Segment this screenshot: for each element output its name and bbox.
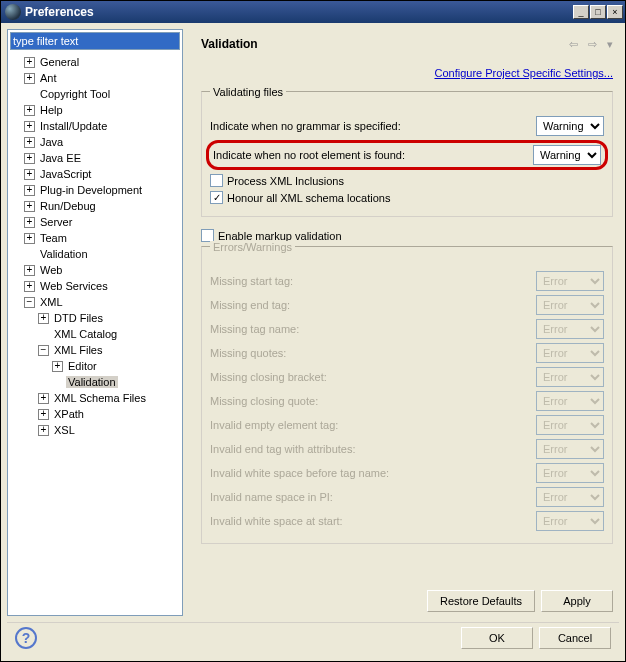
tree-toggle-icon[interactable]: + — [24, 57, 35, 68]
error-row: Missing quotes:Error — [210, 343, 604, 363]
tree-item[interactable]: +DTD Files — [10, 310, 180, 326]
tree-toggle-icon[interactable]: + — [24, 137, 35, 148]
tree-toggle-icon[interactable]: + — [24, 233, 35, 244]
tree-item[interactable]: +General — [10, 54, 180, 70]
tree-item-label: DTD Files — [52, 312, 105, 324]
minimize-button[interactable]: _ — [573, 5, 589, 19]
tree-item[interactable]: Copyright Tool — [10, 86, 180, 102]
tree-item[interactable]: Validation — [10, 246, 180, 262]
tree-toggle-icon[interactable]: + — [24, 217, 35, 228]
error-row: Invalid name space in PI:Error — [210, 487, 604, 507]
dialog-buttons: OK Cancel — [461, 627, 611, 649]
tree-item[interactable]: Validation — [10, 374, 180, 390]
error-select: Error — [536, 415, 604, 435]
tree-item-label: Install/Update — [38, 120, 109, 132]
error-label: Missing start tag: — [210, 275, 536, 287]
tree-item[interactable]: +JavaScript — [10, 166, 180, 182]
tree-toggle-icon[interactable]: + — [38, 393, 49, 404]
ok-button[interactable]: OK — [461, 627, 533, 649]
tree-item[interactable]: −XML Files — [10, 342, 180, 358]
splitter[interactable] — [187, 29, 191, 616]
honour-schema-checkbox[interactable]: ✓ — [210, 191, 223, 204]
tree-toggle-icon[interactable]: + — [24, 281, 35, 292]
tree-item[interactable]: +Web Services — [10, 278, 180, 294]
tree-item[interactable]: +XPath — [10, 406, 180, 422]
tree-toggle-icon[interactable]: + — [38, 313, 49, 324]
tree-toggle-icon[interactable]: − — [24, 297, 35, 308]
tree-item-label: Plug-in Development — [38, 184, 144, 196]
titlebar[interactable]: Preferences _ □ × — [1, 1, 625, 23]
tree-item[interactable]: +Ant — [10, 70, 180, 86]
tree-item[interactable]: +XML Schema Files — [10, 390, 180, 406]
tree-toggle-icon[interactable]: + — [52, 361, 63, 372]
tree-item[interactable]: +Install/Update — [10, 118, 180, 134]
cancel-button[interactable]: Cancel — [539, 627, 611, 649]
window-controls: _ □ × — [573, 5, 623, 19]
tree-item-label: Server — [38, 216, 74, 228]
back-arrow-icon[interactable]: ⇦ — [569, 38, 578, 51]
tree-item-label: XPath — [52, 408, 86, 420]
error-row: Missing start tag:Error — [210, 271, 604, 291]
error-select: Error — [536, 343, 604, 363]
no-root-select[interactable]: Warning — [533, 145, 601, 165]
filter-input[interactable] — [10, 32, 180, 50]
preferences-window: Preferences _ □ × +General+AntCopyright … — [0, 0, 626, 662]
no-grammar-select[interactable]: Warning — [536, 116, 604, 136]
tree-toggle-icon[interactable]: + — [24, 73, 35, 84]
configure-project-link[interactable]: Configure Project Specific Settings... — [201, 67, 613, 79]
error-label: Invalid name space in PI: — [210, 491, 536, 503]
tree-item[interactable]: +Java EE — [10, 150, 180, 166]
tree-panel: +General+AntCopyright Tool+Help+Install/… — [7, 29, 183, 616]
tree-toggle-icon[interactable]: + — [24, 169, 35, 180]
dialog-content: +General+AntCopyright Tool+Help+Install/… — [1, 23, 625, 661]
preferences-tree[interactable]: +General+AntCopyright Tool+Help+Install/… — [8, 52, 182, 615]
error-label: Invalid white space before tag name: — [210, 467, 536, 479]
tree-toggle-icon[interactable]: + — [24, 265, 35, 276]
tree-item[interactable]: +Web — [10, 262, 180, 278]
error-select: Error — [536, 295, 604, 315]
error-select: Error — [536, 367, 604, 387]
tree-item-label: Help — [38, 104, 65, 116]
tree-toggle-icon[interactable]: + — [38, 425, 49, 436]
tree-toggle-icon[interactable]: + — [24, 201, 35, 212]
tree-item-label: Editor — [66, 360, 99, 372]
forward-arrow-icon[interactable]: ⇨ — [588, 38, 597, 51]
tree-toggle-icon[interactable]: + — [24, 153, 35, 164]
tree-item-label: Web — [38, 264, 64, 276]
tree-toggle-icon[interactable]: + — [24, 121, 35, 132]
error-row: Invalid end tag with attributes:Error — [210, 439, 604, 459]
process-xml-checkbox[interactable] — [210, 174, 223, 187]
tree-toggle-icon[interactable]: + — [38, 409, 49, 420]
apply-button[interactable]: Apply — [541, 590, 613, 612]
tree-item[interactable]: −XML — [10, 294, 180, 310]
tree-item[interactable]: +XSL — [10, 422, 180, 438]
page-header: Validation ⇦ ⇨ ▾ — [201, 33, 613, 55]
tree-toggle-icon[interactable]: + — [24, 105, 35, 116]
tree-item[interactable]: +Editor — [10, 358, 180, 374]
close-button[interactable]: × — [607, 5, 623, 19]
tree-toggle-icon[interactable]: − — [38, 345, 49, 356]
tree-item[interactable]: +Server — [10, 214, 180, 230]
dropdown-arrow-icon[interactable]: ▾ — [607, 38, 613, 51]
tree-item[interactable]: +Run/Debug — [10, 198, 180, 214]
maximize-button[interactable]: □ — [590, 5, 606, 19]
restore-defaults-button[interactable]: Restore Defaults — [427, 590, 535, 612]
tree-item[interactable]: +Plug-in Development — [10, 182, 180, 198]
no-grammar-row: Indicate when no grammar is specified: W… — [210, 116, 604, 136]
tree-item[interactable]: +Team — [10, 230, 180, 246]
tree-item[interactable]: +Java — [10, 134, 180, 150]
main-area: +General+AntCopyright Tool+Help+Install/… — [7, 29, 619, 616]
error-label: Invalid empty element tag: — [210, 419, 536, 431]
tree-item-label: Validation — [38, 248, 90, 260]
tree-toggle-icon[interactable]: + — [24, 185, 35, 196]
tree-item[interactable]: XML Catalog — [10, 326, 180, 342]
tree-item-label: Team — [38, 232, 69, 244]
error-select: Error — [536, 439, 604, 459]
tree-item-label: Validation — [66, 376, 118, 388]
process-xml-label: Process XML Inclusions — [227, 175, 344, 187]
help-icon[interactable]: ? — [15, 627, 37, 649]
honour-schema-row: ✓ Honour all XML schema locations — [210, 191, 604, 204]
enable-markup-label: Enable markup validation — [218, 230, 342, 242]
error-row: Missing end tag:Error — [210, 295, 604, 315]
tree-item[interactable]: +Help — [10, 102, 180, 118]
